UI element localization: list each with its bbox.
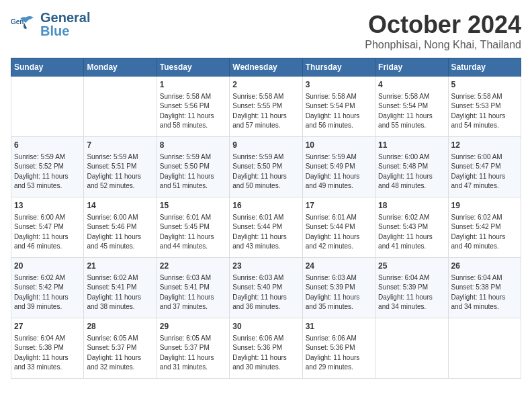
title-section: October 2024 Phonphisai, Nong Khai, Thai…	[365, 11, 521, 51]
logo-icon: Gen	[11, 11, 38, 38]
day-number: 19	[451, 200, 518, 212]
day-number: 12	[451, 140, 518, 151]
location: Phonphisai, Nong Khai, Thailand	[365, 39, 521, 51]
day-info: Sunrise: 5:58 AM Sunset: 5:54 PM Dayligh…	[306, 92, 372, 131]
calendar-table: SundayMondayTuesdayWednesdayThursdayFrid…	[11, 58, 521, 379]
day-number: 2	[232, 79, 299, 91]
day-info: Sunrise: 5:59 AM Sunset: 5:50 PM Dayligh…	[232, 152, 299, 191]
day-info: Sunrise: 6:06 AM Sunset: 5:36 PM Dayligh…	[232, 334, 299, 373]
weekday-header-thursday: Thursday	[302, 58, 375, 77]
day-info: Sunrise: 6:01 AM Sunset: 5:44 PM Dayligh…	[306, 213, 372, 252]
weekday-header-sunday: Sunday	[11, 58, 84, 77]
weekday-header-saturday: Saturday	[448, 58, 521, 77]
day-info: Sunrise: 6:04 AM Sunset: 5:39 PM Dayligh…	[378, 273, 445, 312]
day-info: Sunrise: 6:01 AM Sunset: 5:44 PM Dayligh…	[232, 213, 299, 252]
day-number: 10	[306, 140, 372, 151]
day-info: Sunrise: 6:04 AM Sunset: 5:38 PM Dayligh…	[14, 334, 81, 373]
weekday-row: SundayMondayTuesdayWednesdayThursdayFrid…	[11, 58, 521, 77]
calendar-cell	[11, 77, 84, 137]
day-info: Sunrise: 6:00 AM Sunset: 5:46 PM Dayligh…	[87, 213, 153, 252]
calendar-cell: 12Sunrise: 6:00 AM Sunset: 5:47 PM Dayli…	[448, 137, 521, 197]
day-info: Sunrise: 5:58 AM Sunset: 5:56 PM Dayligh…	[160, 92, 226, 131]
calendar-body: 1Sunrise: 5:58 AM Sunset: 5:56 PM Daylig…	[11, 77, 521, 379]
calendar-cell: 13Sunrise: 6:00 AM Sunset: 5:47 PM Dayli…	[11, 197, 84, 258]
calendar-cell: 8Sunrise: 5:59 AM Sunset: 5:50 PM Daylig…	[157, 137, 229, 197]
calendar-cell: 15Sunrise: 6:01 AM Sunset: 5:45 PM Dayli…	[157, 197, 229, 258]
day-info: Sunrise: 6:01 AM Sunset: 5:45 PM Dayligh…	[160, 213, 226, 252]
day-info: Sunrise: 6:02 AM Sunset: 5:43 PM Dayligh…	[378, 213, 445, 252]
day-info: Sunrise: 6:02 AM Sunset: 5:42 PM Dayligh…	[451, 213, 518, 252]
calendar-cell: 20Sunrise: 6:02 AM Sunset: 5:42 PM Dayli…	[11, 258, 84, 318]
day-number: 7	[87, 140, 153, 151]
calendar-cell: 18Sunrise: 6:02 AM Sunset: 5:43 PM Dayli…	[375, 197, 448, 258]
day-number: 11	[378, 140, 445, 151]
calendar-cell	[84, 77, 157, 137]
day-number: 22	[160, 261, 226, 272]
day-info: Sunrise: 5:59 AM Sunset: 5:51 PM Dayligh…	[87, 152, 153, 191]
day-number: 13	[14, 200, 81, 212]
weekday-header-wednesday: Wednesday	[230, 58, 302, 77]
calendar-cell	[375, 318, 448, 379]
day-info: Sunrise: 6:03 AM Sunset: 5:39 PM Dayligh…	[306, 273, 372, 312]
calendar-cell: 2Sunrise: 5:58 AM Sunset: 5:55 PM Daylig…	[230, 77, 302, 137]
calendar-cell: 22Sunrise: 6:03 AM Sunset: 5:41 PM Dayli…	[157, 258, 229, 318]
day-info: Sunrise: 6:00 AM Sunset: 5:47 PM Dayligh…	[14, 213, 81, 252]
day-number: 9	[232, 140, 299, 151]
calendar-week-3: 20Sunrise: 6:02 AM Sunset: 5:42 PM Dayli…	[11, 258, 521, 318]
day-number: 21	[87, 261, 153, 272]
day-number: 26	[451, 261, 518, 272]
calendar-cell: 21Sunrise: 6:02 AM Sunset: 5:41 PM Dayli…	[84, 258, 157, 318]
day-number: 18	[378, 200, 445, 212]
calendar-cell: 11Sunrise: 6:00 AM Sunset: 5:48 PM Dayli…	[375, 137, 448, 197]
weekday-header-friday: Friday	[375, 58, 448, 77]
page-header: Gen General Blue October 2024 Phonphisai…	[11, 11, 521, 51]
calendar-cell: 30Sunrise: 6:06 AM Sunset: 5:36 PM Dayli…	[230, 318, 302, 379]
weekday-header-tuesday: Tuesday	[157, 58, 229, 77]
day-number: 1	[160, 79, 226, 91]
day-info: Sunrise: 6:02 AM Sunset: 5:41 PM Dayligh…	[87, 273, 153, 312]
day-info: Sunrise: 5:59 AM Sunset: 5:52 PM Dayligh…	[14, 152, 81, 191]
day-info: Sunrise: 6:02 AM Sunset: 5:42 PM Dayligh…	[14, 273, 81, 312]
day-info: Sunrise: 6:00 AM Sunset: 5:48 PM Dayligh…	[378, 152, 445, 191]
day-number: 6	[14, 140, 81, 151]
day-number: 5	[451, 79, 518, 91]
day-number: 8	[160, 140, 226, 151]
calendar-week-0: 1Sunrise: 5:58 AM Sunset: 5:56 PM Daylig…	[11, 77, 521, 137]
calendar-cell: 3Sunrise: 5:58 AM Sunset: 5:54 PM Daylig…	[302, 77, 375, 137]
calendar-cell: 31Sunrise: 6:06 AM Sunset: 5:36 PM Dayli…	[302, 318, 375, 379]
day-info: Sunrise: 5:59 AM Sunset: 5:50 PM Dayligh…	[160, 152, 226, 191]
day-info: Sunrise: 5:58 AM Sunset: 5:54 PM Dayligh…	[378, 92, 445, 131]
calendar-week-4: 27Sunrise: 6:04 AM Sunset: 5:38 PM Dayli…	[11, 318, 521, 379]
calendar-cell: 1Sunrise: 5:58 AM Sunset: 5:56 PM Daylig…	[157, 77, 229, 137]
month-title: October 2024	[365, 11, 521, 39]
logo-blue-text: Blue	[40, 24, 90, 38]
calendar-cell: 7Sunrise: 5:59 AM Sunset: 5:51 PM Daylig…	[84, 137, 157, 197]
day-info: Sunrise: 6:00 AM Sunset: 5:47 PM Dayligh…	[451, 152, 518, 191]
calendar-week-1: 6Sunrise: 5:59 AM Sunset: 5:52 PM Daylig…	[11, 137, 521, 197]
day-info: Sunrise: 6:05 AM Sunset: 5:37 PM Dayligh…	[87, 334, 153, 373]
day-info: Sunrise: 5:58 AM Sunset: 5:55 PM Dayligh…	[232, 92, 299, 131]
day-number: 24	[306, 261, 372, 272]
calendar-cell: 10Sunrise: 5:59 AM Sunset: 5:49 PM Dayli…	[302, 137, 375, 197]
calendar-cell: 17Sunrise: 6:01 AM Sunset: 5:44 PM Dayli…	[302, 197, 375, 258]
day-number: 30	[232, 321, 299, 332]
day-info: Sunrise: 6:03 AM Sunset: 5:41 PM Dayligh…	[160, 273, 226, 312]
calendar-cell: 29Sunrise: 6:05 AM Sunset: 5:37 PM Dayli…	[157, 318, 229, 379]
calendar-cell: 25Sunrise: 6:04 AM Sunset: 5:39 PM Dayli…	[375, 258, 448, 318]
day-info: Sunrise: 5:59 AM Sunset: 5:49 PM Dayligh…	[306, 152, 372, 191]
logo-general-text: General	[40, 11, 90, 24]
calendar-cell: 14Sunrise: 6:00 AM Sunset: 5:46 PM Dayli…	[84, 197, 157, 258]
day-number: 29	[160, 321, 226, 332]
calendar-header: SundayMondayTuesdayWednesdayThursdayFrid…	[11, 58, 521, 77]
day-number: 15	[160, 200, 226, 212]
logo: Gen General Blue	[11, 11, 90, 38]
calendar-cell: 9Sunrise: 5:59 AM Sunset: 5:50 PM Daylig…	[230, 137, 302, 197]
calendar-cell: 24Sunrise: 6:03 AM Sunset: 5:39 PM Dayli…	[302, 258, 375, 318]
calendar-cell: 28Sunrise: 6:05 AM Sunset: 5:37 PM Dayli…	[84, 318, 157, 379]
calendar-cell: 26Sunrise: 6:04 AM Sunset: 5:38 PM Dayli…	[448, 258, 521, 318]
day-info: Sunrise: 6:03 AM Sunset: 5:40 PM Dayligh…	[232, 273, 299, 312]
day-number: 28	[87, 321, 153, 332]
calendar-cell	[448, 318, 521, 379]
day-number: 31	[306, 321, 372, 332]
day-info: Sunrise: 6:06 AM Sunset: 5:36 PM Dayligh…	[306, 334, 372, 373]
